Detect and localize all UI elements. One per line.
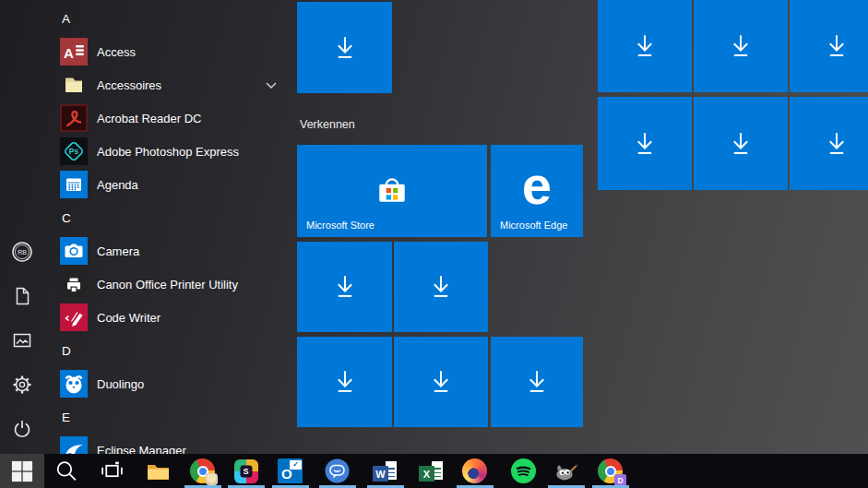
- agenda-app-icon: [60, 171, 88, 198]
- download-arrow-icon: [424, 270, 458, 304]
- pending-download-tile[interactable]: [598, 97, 692, 190]
- canon-printer-app-icon: [60, 270, 88, 298]
- download-arrow-icon: [328, 31, 362, 65]
- app-label: Camera: [97, 244, 139, 258]
- start-button[interactable]: [0, 454, 44, 488]
- app-list-header-c[interactable]: C: [60, 201, 291, 234]
- svg-text:Ps: Ps: [69, 147, 79, 156]
- download-arrow-icon: [820, 30, 853, 63]
- download-arrow-icon: [724, 127, 757, 161]
- tile-label: Microsoft Store: [306, 220, 375, 231]
- acrobat-reader-app-icon: [60, 104, 88, 132]
- pending-download-tile[interactable]: [694, 97, 788, 190]
- pending-download-tile[interactable]: [491, 337, 583, 427]
- microsoft-store-icon: [375, 175, 410, 208]
- windows-logo-icon: [11, 460, 33, 482]
- svg-text:RB: RB: [18, 249, 27, 256]
- camera-app-icon: [60, 237, 88, 265]
- duolingo-app-icon: [60, 370, 88, 398]
- pending-download-tile[interactable]: [694, 0, 788, 92]
- tile-microsoft-store[interactable]: Microsoft Store: [297, 145, 487, 237]
- spotify-icon: [511, 458, 536, 483]
- taskbar-spotify[interactable]: [511, 458, 536, 483]
- windows-start-screen: RB A A Access: [0, 0, 868, 488]
- documents-button[interactable]: [11, 285, 33, 307]
- tile-group-title[interactable]: Verkennen: [300, 118, 355, 131]
- download-arrow-icon: [820, 127, 853, 161]
- taskbar-word[interactable]: W: [373, 458, 398, 483]
- pending-download-tile[interactable]: [790, 0, 868, 92]
- app-label: Acrobat Reader DC: [97, 112, 201, 125]
- download-arrow-icon: [724, 30, 757, 63]
- download-arrow-icon: [520, 365, 553, 399]
- access-app-icon: A: [60, 38, 88, 65]
- tile-microsoft-edge[interactable]: e Microsoft Edge: [491, 145, 583, 237]
- envelope-icon: ✓: [290, 460, 302, 470]
- download-arrow-icon: [628, 127, 661, 161]
- word-letter: W: [373, 466, 388, 482]
- pending-download-tile[interactable]: [297, 337, 392, 427]
- pending-download-tile[interactable]: [790, 97, 868, 190]
- power-icon: [11, 418, 33, 440]
- user-avatar-icon: RB: [11, 241, 33, 263]
- taskbar-chat-app[interactable]: [325, 458, 350, 483]
- taskbar-chrome-profile-d[interactable]: D: [598, 458, 623, 483]
- pending-download-tile[interactable]: [297, 242, 392, 332]
- app-list-item-camera[interactable]: Camera: [60, 234, 291, 268]
- pending-download-tile[interactable]: [394, 337, 488, 427]
- section-letter: E: [62, 411, 70, 424]
- app-label: Duolingo: [97, 377, 144, 391]
- taskbar-file-explorer[interactable]: [146, 458, 171, 483]
- taskbar-gimp[interactable]: [553, 458, 578, 483]
- section-letter: A: [62, 12, 70, 26]
- app-list-item-duolingo[interactable]: Duolingo: [60, 367, 291, 400]
- chat-bubble-icon: [325, 458, 350, 483]
- power-button[interactable]: [11, 418, 33, 440]
- taskbar-firefox[interactable]: [462, 458, 487, 483]
- app-list-item-photoshop-express[interactable]: Ps Adobe Photoshop Express: [60, 135, 291, 168]
- taskbar-chrome[interactable]: [190, 458, 215, 483]
- taskbar: S O✓ W X D: [0, 454, 868, 488]
- download-arrow-icon: [424, 365, 458, 399]
- pending-download-tile[interactable]: [394, 242, 488, 332]
- microsoft-edge-icon: e: [522, 159, 552, 212]
- section-letter: D: [62, 344, 71, 358]
- outlook-icon: O✓: [278, 458, 303, 483]
- chrome-icon: D: [598, 458, 623, 483]
- download-arrow-icon: [328, 365, 362, 399]
- settings-button[interactable]: [11, 374, 33, 396]
- file-explorer-icon: [146, 458, 171, 483]
- task-view-icon: [100, 458, 125, 483]
- app-list-item-access[interactable]: A Access: [60, 35, 291, 68]
- app-list-item-acrobat-reader[interactable]: Acrobat Reader DC: [60, 101, 291, 135]
- app-list: A A Access Accessoires Acrobat Reader DC…: [60, 2, 291, 467]
- app-list-header-d[interactable]: D: [60, 334, 291, 367]
- pending-download-tile[interactable]: [297, 2, 392, 93]
- section-letter: C: [62, 211, 71, 225]
- taskbar-search[interactable]: [54, 458, 78, 483]
- folder-group-icon: [60, 71, 88, 99]
- user-account-button[interactable]: RB: [11, 241, 33, 263]
- app-list-item-agenda[interactable]: Agenda: [60, 168, 291, 201]
- app-label: Code Writer: [97, 311, 161, 325]
- app-list-header-a[interactable]: A: [60, 2, 291, 35]
- taskbar-task-view[interactable]: [100, 458, 125, 483]
- slack-icon: S: [234, 459, 258, 483]
- app-list-item-code-writer[interactable]: Code Writer: [60, 301, 291, 334]
- app-list-item-accessoires[interactable]: Accessoires: [60, 68, 291, 101]
- taskbar-excel[interactable]: X: [419, 458, 444, 483]
- document-icon: [11, 285, 33, 307]
- excel-icon: X: [419, 458, 444, 483]
- app-label: Access: [97, 45, 136, 59]
- taskbar-slack[interactable]: S: [233, 458, 258, 483]
- download-arrow-icon: [328, 270, 362, 304]
- app-label: Canon Office Printer Utility: [97, 278, 238, 292]
- app-label: Adobe Photoshop Express: [97, 145, 239, 159]
- chevron-down-icon[interactable]: [265, 79, 278, 91]
- app-list-header-e[interactable]: E: [60, 400, 291, 434]
- app-list-item-canon-printer-utility[interactable]: Canon Office Printer Utility: [60, 268, 291, 301]
- gear-icon: [11, 374, 33, 396]
- pending-download-tile[interactable]: [598, 0, 692, 92]
- taskbar-outlook[interactable]: O✓: [278, 458, 303, 483]
- pictures-button[interactable]: [11, 329, 33, 351]
